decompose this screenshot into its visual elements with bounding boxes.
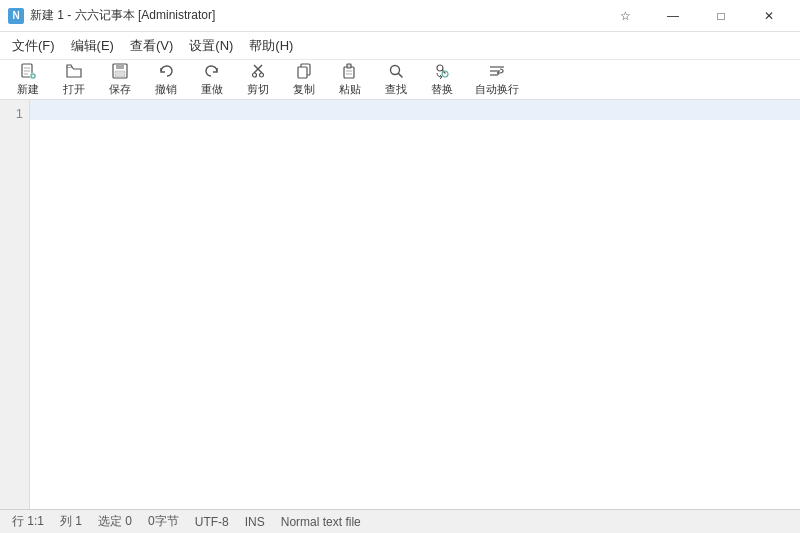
toolbar: 新建 打开 保存 撤销 <box>0 60 800 100</box>
status-column: 列 1 <box>60 513 82 530</box>
replace-icon <box>434 63 450 81</box>
new-icon <box>20 63 36 81</box>
window-title: 新建 1 - 六六记事本 [Administrator] <box>30 7 215 24</box>
menu-bar: 文件(F) 编辑(E) 查看(V) 设置(N) 帮助(H) <box>0 32 800 60</box>
svg-point-13 <box>260 73 264 77</box>
pin-button[interactable]: ☆ <box>602 0 648 32</box>
redo-label: 重做 <box>201 82 223 97</box>
toolbar-wordwrap[interactable]: 自动换行 <box>466 63 528 97</box>
svg-rect-9 <box>115 71 125 77</box>
save-label: 保存 <box>109 82 131 97</box>
toolbar-find[interactable]: 查找 <box>374 63 418 97</box>
redo-icon <box>204 63 220 81</box>
menu-settings[interactable]: 设置(N) <box>181 32 241 59</box>
minimize-button[interactable]: — <box>650 0 696 32</box>
undo-icon <box>158 63 174 81</box>
replace-label: 替换 <box>431 82 453 97</box>
menu-file[interactable]: 文件(F) <box>4 32 63 59</box>
toolbar-cut[interactable]: 剪切 <box>236 63 280 97</box>
menu-help[interactable]: 帮助(H) <box>241 32 301 59</box>
wordwrap-label: 自动换行 <box>475 82 519 97</box>
cut-label: 剪切 <box>247 82 269 97</box>
title-bar: N 新建 1 - 六六记事本 [Administrator] ☆ — □ ✕ <box>0 0 800 32</box>
copy-label: 复制 <box>293 82 315 97</box>
status-encoding: UTF-8 <box>195 515 229 529</box>
status-filetype: Normal text file <box>281 515 361 529</box>
menu-edit[interactable]: 编辑(E) <box>63 32 122 59</box>
app-icon: N <box>8 8 24 24</box>
status-position: 行 1:1 <box>12 513 44 530</box>
toolbar-undo[interactable]: 撤销 <box>144 63 188 97</box>
svg-rect-8 <box>116 64 124 69</box>
menu-view[interactable]: 查看(V) <box>122 32 181 59</box>
open-icon <box>66 63 82 81</box>
open-label: 打开 <box>63 82 85 97</box>
editor-textarea[interactable] <box>30 100 800 509</box>
paste-label: 粘贴 <box>339 82 361 97</box>
window-controls: ☆ — □ ✕ <box>602 0 792 32</box>
new-label: 新建 <box>17 82 39 97</box>
status-mode: INS <box>245 515 265 529</box>
save-icon <box>112 63 128 81</box>
toolbar-replace[interactable]: 替换 <box>420 63 464 97</box>
find-label: 查找 <box>385 82 407 97</box>
wordwrap-icon <box>489 63 505 81</box>
svg-point-24 <box>442 71 448 77</box>
undo-label: 撤销 <box>155 82 177 97</box>
find-icon <box>388 63 404 81</box>
line-numbers: 1 <box>0 100 30 509</box>
status-bar: 行 1:1 列 1 选定 0 0字节 UTF-8 INS Normal text… <box>0 509 800 533</box>
status-chars: 0字节 <box>148 513 179 530</box>
svg-point-12 <box>253 73 257 77</box>
paste-icon <box>342 63 358 81</box>
toolbar-copy[interactable]: 复制 <box>282 63 326 97</box>
toolbar-paste[interactable]: 粘贴 <box>328 63 372 97</box>
cut-icon <box>250 63 266 81</box>
toolbar-redo[interactable]: 重做 <box>190 63 234 97</box>
svg-rect-15 <box>298 67 307 78</box>
svg-rect-16 <box>344 67 354 78</box>
toolbar-save[interactable]: 保存 <box>98 63 142 97</box>
editor-area[interactable] <box>30 100 800 509</box>
svg-line-21 <box>399 73 403 77</box>
close-button[interactable]: ✕ <box>746 0 792 32</box>
toolbar-new[interactable]: 新建 <box>6 63 50 97</box>
toolbar-open[interactable]: 打开 <box>52 63 96 97</box>
editor-container: 1 <box>0 100 800 509</box>
status-selection: 选定 0 <box>98 513 132 530</box>
svg-rect-17 <box>347 64 351 68</box>
maximize-button[interactable]: □ <box>698 0 744 32</box>
copy-icon <box>296 63 312 81</box>
line-number-1: 1 <box>16 104 23 124</box>
